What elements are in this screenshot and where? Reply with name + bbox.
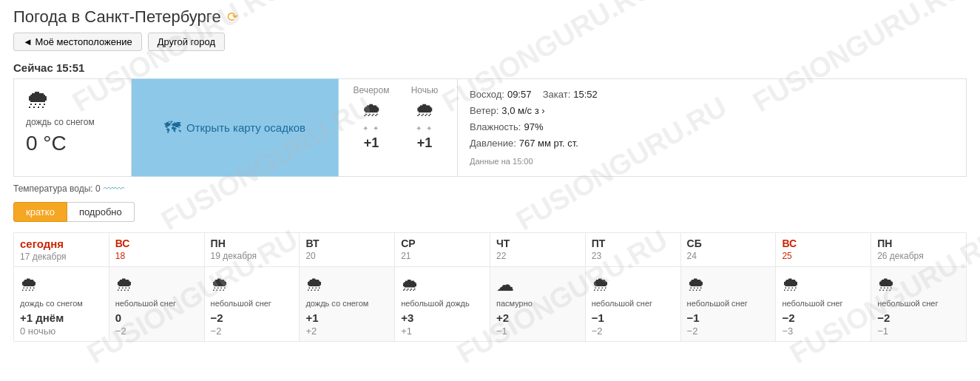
my-location-button[interactable]: ◄ Моё местоположение bbox=[13, 33, 142, 51]
forecast-temp-day-7: −1 bbox=[687, 311, 770, 324]
sunrise-value: 09:57 bbox=[507, 87, 532, 103]
forecast-temp-night-6: −2 bbox=[592, 326, 675, 337]
button-row: ◄ Моё местоположение Другой город bbox=[13, 33, 967, 51]
sunset-label: Закат: bbox=[543, 87, 571, 103]
forecast-day-name-0: сегодня17 декабря bbox=[14, 233, 109, 267]
current-temperature: 0 °C bbox=[26, 132, 119, 155]
page-title-text: Погода в Санкт-Петербурге bbox=[13, 7, 221, 27]
current-weather: 🌨 дождь со снегом 0 °C bbox=[13, 78, 132, 177]
forecast-icon-5: ☁ bbox=[496, 274, 579, 295]
pressure-row: Давление: 767 мм рт. ст. bbox=[470, 135, 954, 152]
night-col: Ночью 🌧 ✦ ✦ +1 bbox=[404, 85, 445, 151]
forecast-day-name-1: ВС18 bbox=[109, 233, 204, 267]
forecast-cell-3: 🌨дождь со снегом+1+2 bbox=[300, 267, 395, 342]
water-temp-label: Температура воды: 0 bbox=[13, 183, 101, 194]
pressure-value: 767 мм рт. ст. bbox=[519, 135, 578, 152]
evening-temp: +1 bbox=[364, 135, 379, 151]
forecast-icon-7: 🌨 bbox=[687, 274, 770, 295]
evening-label: Вечером bbox=[354, 85, 390, 95]
forecast-day-name-5: ЧТ22 bbox=[490, 233, 585, 267]
forecast-desc-1: небольшой снег bbox=[115, 298, 198, 308]
map-label: 🗺 Открыть карту осадков bbox=[164, 118, 305, 138]
forecast-temp-day-1: 0 bbox=[115, 311, 198, 324]
forecast-tabs: кратко подробно bbox=[13, 202, 967, 222]
other-city-button[interactable]: Другой город bbox=[148, 33, 225, 51]
weather-details: Восход: 09:57 Закат: 15:52 Ветер: 3,0 м/… bbox=[458, 78, 967, 177]
precipitation-map[interactable]: 🗺 Открыть карту осадков bbox=[132, 78, 339, 177]
forecast-cell-8: 🌨небольшой снег−2−3 bbox=[776, 267, 871, 342]
forecast-cell-9: 🌨небольшой снег−2−1 bbox=[871, 267, 967, 342]
forecast-day-name-7: СБ24 bbox=[680, 233, 776, 267]
evening-icon: 🌧 bbox=[362, 98, 381, 121]
forecast-cell-5: ☁пасмурно+2−1 bbox=[490, 267, 585, 342]
forecast-temp-day-2: −2 bbox=[211, 311, 294, 324]
wave-icon: 〰〰 bbox=[104, 183, 124, 195]
evening-dots: ✦ ✦ bbox=[362, 124, 381, 132]
humidity-label: Влажность: bbox=[470, 119, 521, 135]
forecast-temp-day-4: +3 bbox=[401, 311, 484, 324]
forecast-table: сегодня17 декабряВС18ПН19 декабряВТ20СР2… bbox=[13, 232, 967, 342]
evening-night-panel: Вечером 🌧 ✦ ✦ +1 Ночью 🌧 ✦ ✦ +1 bbox=[339, 78, 458, 177]
humidity-row: Влажность: 97% bbox=[470, 119, 954, 135]
map-icon: 🗺 bbox=[164, 118, 180, 138]
night-dots: ✦ ✦ bbox=[416, 124, 434, 132]
forecast-cell-6: 🌨небольшой снег−1−2 bbox=[585, 267, 680, 342]
sunrise-row: Восход: 09:57 Закат: 15:52 bbox=[470, 87, 954, 103]
forecast-day-name-9: ПН26 декабря bbox=[871, 233, 967, 267]
pressure-label: Давление: bbox=[470, 135, 516, 152]
forecast-temp-day-6: −1 bbox=[592, 311, 675, 324]
forecast-temp-night-0: 0 ночью bbox=[20, 326, 103, 337]
now-grid: 🌨 дождь со снегом 0 °C 🗺 Открыть карту о… bbox=[13, 78, 967, 177]
forecast-temp-night-8: −3 bbox=[782, 326, 865, 337]
forecast-temp-night-1: −2 bbox=[115, 326, 198, 337]
forecast-desc-3: дождь со снегом bbox=[305, 298, 388, 308]
tab-detailed[interactable]: подробно bbox=[67, 202, 135, 222]
wind-label: Ветер: bbox=[470, 103, 499, 119]
forecast-cell-1: 🌨небольшой снег0−2 bbox=[109, 267, 204, 342]
now-title: Сейчас 15:51 bbox=[13, 61, 967, 74]
forecast-day-name-4: СР21 bbox=[395, 233, 490, 267]
forecast-icon-2: 🌨 bbox=[211, 274, 294, 295]
forecast-temp-night-3: +2 bbox=[305, 326, 388, 337]
forecast-temp-day-0: +1 днём bbox=[20, 311, 103, 324]
sunset-value: 15:52 bbox=[573, 87, 598, 103]
water-temp-row: Температура воды: 0 〰〰 bbox=[13, 183, 967, 195]
forecast-cell-0: 🌨дождь со снегом+1 днём0 ночью bbox=[14, 267, 109, 342]
forecast-temp-day-5: +2 bbox=[496, 311, 579, 324]
tab-brief[interactable]: кратко bbox=[13, 202, 67, 222]
forecast-desc-8: небольшой снег bbox=[782, 298, 865, 308]
forecast-icon-1: 🌨 bbox=[115, 274, 198, 295]
forecast-temp-night-4: +1 bbox=[401, 326, 484, 337]
forecast-desc-5: пасмурно bbox=[496, 298, 579, 308]
wind-value: 3,0 м/с з › bbox=[501, 103, 544, 119]
forecast-desc-9: небольшой снег bbox=[877, 298, 960, 308]
forecast-temp-day-8: −2 bbox=[782, 311, 865, 324]
humidity-value: 97% bbox=[524, 119, 543, 135]
forecast-desc-0: дождь со снегом bbox=[20, 298, 103, 308]
forecast-desc-2: небольшой снег bbox=[211, 298, 294, 308]
forecast-desc-7: небольшой снег bbox=[687, 298, 770, 308]
forecast-desc-4: небольшой дождь bbox=[401, 298, 484, 308]
forecast-day-name-2: ПН19 декабря bbox=[204, 233, 300, 267]
current-weather-icon: 🌨 bbox=[26, 87, 119, 114]
forecast-cell-2: 🌨небольшой снег−2−2 bbox=[204, 267, 300, 342]
refresh-icon[interactable]: ⟳ bbox=[227, 9, 238, 25]
current-weather-desc: дождь со снегом bbox=[26, 117, 119, 127]
forecast-day-name-6: ПТ23 bbox=[585, 233, 680, 267]
forecast-temp-night-5: −1 bbox=[496, 326, 579, 337]
night-icon: 🌧 bbox=[415, 98, 434, 121]
forecast-icon-3: 🌨 bbox=[305, 274, 388, 295]
forecast-temp-day-9: −2 bbox=[877, 311, 960, 324]
wind-row: Ветер: 3,0 м/с з › bbox=[470, 103, 954, 119]
forecast-cell-7: 🌨небольшой снег−1−2 bbox=[680, 267, 776, 342]
forecast-desc-6: небольшой снег bbox=[592, 298, 675, 308]
map-label-text: Открыть карту осадков bbox=[186, 121, 305, 134]
sunrise-label: Восход: bbox=[470, 87, 504, 103]
forecast-temp-day-3: +1 bbox=[305, 311, 388, 324]
forecast-icon-4: 🌧 bbox=[401, 274, 484, 295]
night-temp: +1 bbox=[417, 135, 433, 151]
forecast-day-name-3: ВТ20 bbox=[300, 233, 395, 267]
now-section: Сейчас 15:51 🌨 дождь со снегом 0 °C 🗺 От… bbox=[13, 61, 967, 195]
night-label: Ночью bbox=[411, 85, 439, 95]
forecast-day-name-8: ВС25 bbox=[776, 233, 871, 267]
